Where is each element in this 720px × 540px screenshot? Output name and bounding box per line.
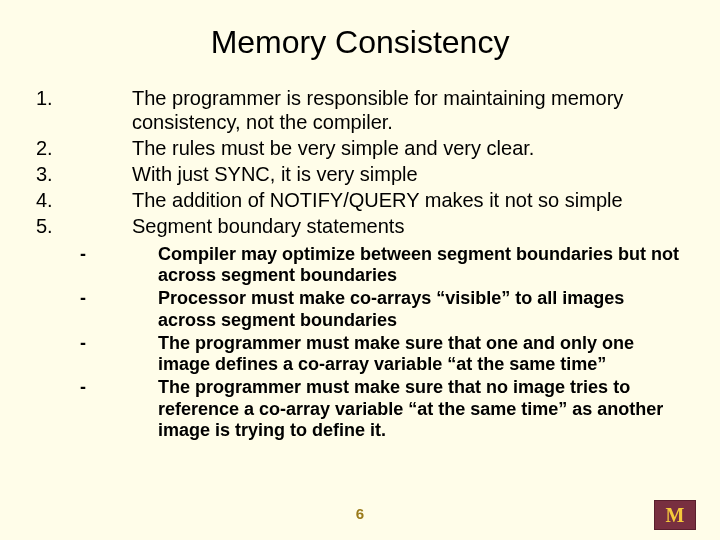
sub-bullet: -	[80, 288, 158, 330]
sub-bullet: -	[80, 333, 158, 375]
list-text: The programmer is responsible for mainta…	[132, 86, 684, 134]
list-item: 3. With just SYNC, it is very simple	[36, 162, 684, 186]
list-number: 3.	[36, 162, 132, 186]
list-number: 4.	[36, 188, 132, 212]
sub-bullet: -	[80, 244, 158, 286]
sub-item: - Processor must make co-arrays “visible…	[80, 288, 680, 330]
list-text: Segment boundary statements	[132, 214, 684, 238]
list-text: The addition of NOTIFY/QUERY makes it no…	[132, 188, 684, 212]
sub-text: The programmer must make sure that one a…	[158, 333, 680, 375]
page-number: 6	[0, 505, 720, 522]
sub-list: - Compiler may optimize between segment …	[80, 244, 680, 443]
list-number: 2.	[36, 136, 132, 160]
sub-text: Processor must make co-arrays “visible” …	[158, 288, 680, 330]
sub-text: Compiler may optimize between segment bo…	[158, 244, 680, 286]
list-text: With just SYNC, it is very simple	[132, 162, 684, 186]
list-number: 1.	[36, 86, 132, 134]
logo-letter: M	[666, 505, 685, 525]
sub-text: The programmer must make sure that no im…	[158, 377, 680, 441]
slide: Memory Consistency 1. The programmer is …	[0, 0, 720, 540]
logo: M	[654, 500, 696, 530]
list-item: 1. The programmer is responsible for mai…	[36, 86, 684, 134]
list-item: 2. The rules must be very simple and ver…	[36, 136, 684, 160]
sub-item: - The programmer must make sure that one…	[80, 333, 680, 375]
sub-item: - The programmer must make sure that no …	[80, 377, 680, 441]
list-item: 5. Segment boundary statements	[36, 214, 684, 238]
list-text: The rules must be very simple and very c…	[132, 136, 684, 160]
sub-item: - Compiler may optimize between segment …	[80, 244, 680, 286]
list-number: 5.	[36, 214, 132, 238]
numbered-list: 1. The programmer is responsible for mai…	[36, 86, 684, 240]
sub-bullet: -	[80, 377, 158, 441]
slide-title: Memory Consistency	[0, 24, 720, 61]
list-item: 4. The addition of NOTIFY/QUERY makes it…	[36, 188, 684, 212]
